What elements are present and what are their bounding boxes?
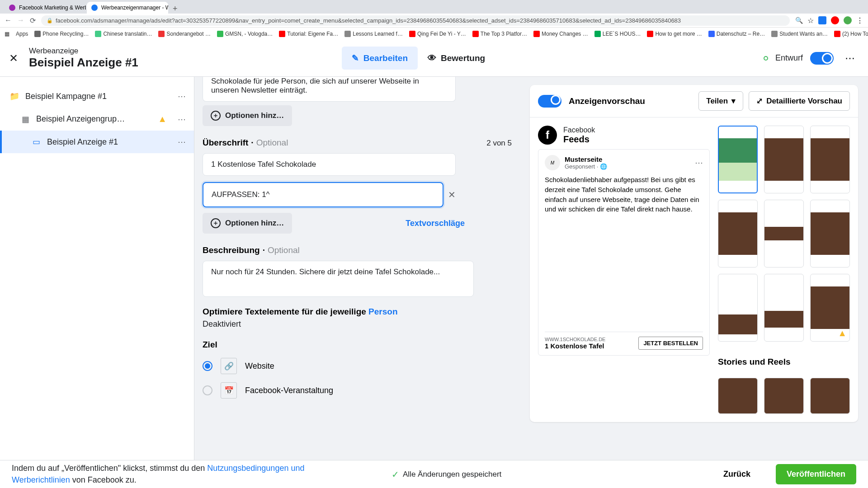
separator: · [263, 245, 265, 255]
bookmark-item[interactable]: (2) How To Add A… [834, 31, 868, 37]
placement-thumb[interactable] [810, 378, 850, 414]
publish-button[interactable]: Veröffentlichen [776, 464, 856, 484]
tab-label: Werbeanzeigenmanager - We… [101, 5, 168, 11]
cta-button[interactable]: JETZT BESTELLEN [638, 337, 703, 350]
forward-icon[interactable]: → [17, 16, 24, 24]
new-tab-button[interactable]: + [169, 4, 181, 14]
sidebar-item-adset[interactable]: ▦ Beispiel Anzeigengrup… ▲ ⋯ [0, 108, 194, 131]
main: 📁 Beispiel Kampagne #1 ⋯ ▦ Beispiel Anze… [0, 77, 868, 460]
goal-label: Ziel [203, 340, 512, 350]
goal-label: Website [245, 361, 274, 371]
clear-icon[interactable]: ✕ [448, 189, 456, 200]
facebook-icon: f [538, 126, 557, 145]
placement-thumb[interactable] [718, 274, 758, 342]
placement-thumb[interactable] [764, 126, 804, 193]
bookmark-item[interactable]: GMSN, - Vologda… [217, 31, 273, 37]
reload-icon[interactable]: ⟳ [30, 16, 36, 25]
add-options-button[interactable]: ＋ Optionen hinz… [203, 105, 292, 126]
button-label: Teilen [706, 97, 728, 106]
tab-inactive[interactable]: Facebook Marketing & Werbe… ✕ [5, 2, 86, 14]
goal-fb-event-row[interactable]: 📅 Facebook-Veranstaltung [203, 382, 512, 399]
optimize-person-link[interactable]: Person [368, 307, 397, 316]
bookmark-item[interactable]: Apps [16, 31, 28, 37]
bookmark-item[interactable]: Qing Fei De Yi - Y… [409, 31, 466, 37]
preview-title: Anzeigenvorschau [569, 96, 645, 106]
tab-label: Bewertung [441, 53, 485, 63]
radio-icon[interactable] [203, 385, 212, 395]
back-button[interactable]: Zurück [712, 464, 761, 484]
placement-thumb[interactable] [764, 274, 804, 342]
status-toggle[interactable] [810, 52, 834, 65]
sidebar-tree: 📁 Beispiel Kampagne #1 ⋯ ▦ Beispiel Anze… [0, 77, 194, 460]
bookmark-item[interactable]: How to get more … [647, 31, 702, 37]
sidebar-item-ad[interactable]: ▭ Beispiel Anzeige #1 ⋯ [0, 131, 194, 153]
label-text: Beschreibung [203, 245, 260, 255]
bookmark-item[interactable]: Tutorial: Eigene Fa… [279, 31, 338, 37]
tab-active[interactable]: Werbeanzeigenmanager - We… ✕ [87, 2, 168, 14]
description-section-label: Beschreibung · Optional [203, 245, 512, 255]
header-titles: Werbeanzeige Beispiel Anzeige #1 [29, 47, 138, 70]
folder-icon: 📁 [10, 92, 19, 101]
sponsored-label: Gesponsert · 🌐 [565, 163, 607, 170]
avatar: M [545, 155, 560, 170]
sidebar-item-campaign[interactable]: 📁 Beispiel Kampagne #1 ⋯ [0, 85, 194, 108]
placement-thumb[interactable] [764, 200, 804, 267]
pencil-icon: ✎ [352, 53, 359, 63]
link-icon: 🔗 [221, 358, 237, 374]
mock-post: M Musterseite Gesponsert · 🌐 ⋯ Schokolad… [538, 149, 710, 356]
lock-icon: 🔒 [47, 18, 53, 23]
headline-2-input[interactable] [203, 182, 443, 207]
bookmark-item[interactable]: Chinese translatin… [95, 31, 152, 37]
placement-thumb[interactable] [810, 200, 850, 267]
placement-thumb[interactable] [718, 378, 758, 414]
bookmark-item[interactable]: Datenschutz – Re… [708, 31, 765, 37]
bookmark-item[interactable]: The Top 3 Platfor… [472, 31, 527, 37]
more-icon[interactable]: ⋯ [178, 91, 186, 101]
tab-label: Bearbeiten [363, 53, 408, 63]
bookmark-item[interactable]: Money Changes … [533, 31, 588, 37]
primary-text-value: Schokolade für jede Person, die sich auf… [211, 77, 419, 94]
chevron-down-icon: ▾ [731, 96, 736, 106]
bookmark-item[interactable]: Student Wants an… [771, 31, 828, 37]
apps-icon[interactable]: ▦ [5, 31, 9, 37]
extension-icon[interactable] [831, 16, 839, 24]
tab-edit[interactable]: ✎ Bearbeiten [342, 47, 418, 70]
close-icon[interactable]: ✕ [9, 52, 18, 65]
page-title: Beispiel Anzeige #1 [29, 56, 138, 70]
more-icon[interactable]: ⋯ [841, 49, 859, 67]
headline-1-field[interactable]: 1 Kostenlose Tafel Schokolade [203, 153, 456, 176]
more-icon[interactable]: ⋯ [695, 158, 703, 168]
url-input[interactable]: 🔒 facebook.com/adsmanager/manage/ads/edi… [41, 15, 790, 26]
optional-text: Optional [268, 245, 300, 255]
headline-section-label: Überschrift · Optional 2 von 5 [203, 138, 512, 148]
detailed-preview-button[interactable]: ⤢ Detaillierte Vorschau [749, 91, 850, 111]
bookmark-item[interactable]: Sonderangebot … [158, 31, 210, 37]
back-icon[interactable]: ← [5, 16, 12, 24]
more-icon[interactable]: ⋯ [178, 137, 186, 147]
event-icon: 📅 [221, 382, 237, 399]
extension-icon[interactable] [844, 16, 852, 24]
tab-review[interactable]: 👁 Bewertung [418, 47, 495, 70]
placement-thumb[interactable] [810, 126, 850, 193]
bookmark-item[interactable]: LEE´S HOUS… [594, 31, 641, 37]
more-icon[interactable]: ⋯ [178, 114, 186, 124]
description-field[interactable]: Nur noch für 24 Stunden. Sichere dir jet… [203, 261, 474, 297]
extension-icon[interactable] [818, 16, 826, 24]
placement-thumb[interactable] [764, 378, 804, 414]
placement-thumb[interactable] [718, 200, 758, 267]
radio-icon[interactable] [203, 361, 212, 371]
bookmark-item[interactable]: Phone Recycling… [34, 31, 89, 37]
menu-icon[interactable]: ⋮ [856, 16, 863, 25]
zoom-icon[interactable]: 🔍 [795, 17, 803, 24]
post-headline: 1 Kostenlose Tafel [545, 342, 605, 350]
primary-text-field[interactable]: Schokolade für jede Person, die sich auf… [203, 77, 456, 102]
share-button[interactable]: Teilen ▾ [698, 91, 743, 111]
goal-website-row[interactable]: 🔗 Website [203, 358, 512, 374]
add-options-button[interactable]: ＋ Optionen hinz… [203, 213, 292, 234]
placement-thumb[interactable]: ▲ [810, 274, 850, 342]
placement-thumb[interactable] [718, 126, 758, 193]
bookmark-item[interactable]: Lessons Learned f… [344, 31, 403, 37]
text-suggestions-link[interactable]: Textvorschläge [406, 219, 465, 228]
preview-toggle[interactable] [538, 95, 561, 108]
star-icon[interactable]: ☆ [807, 16, 814, 25]
